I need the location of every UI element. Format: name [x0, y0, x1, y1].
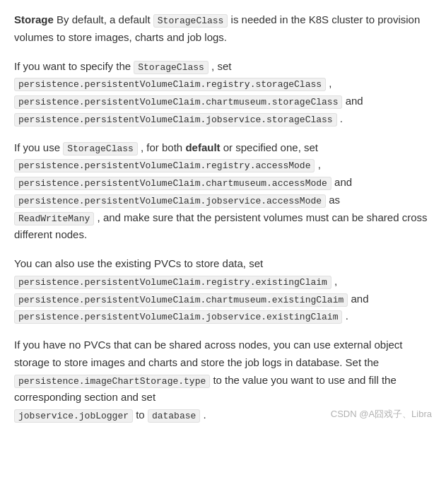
p3-code1: StorageClass [63, 142, 138, 156]
p2-line1: persistence.persistentVolumeClaim.regist… [14, 78, 326, 91]
p3-code2: ReadWriteMany [14, 212, 94, 225]
p2-code1: StorageClass [134, 61, 209, 74]
p5-code3: database [148, 409, 200, 423]
paragraph-storage-intro: Storage By default, a default StorageCla… [14, 11, 432, 47]
p4-text4: . [342, 310, 348, 322]
p5-text1: If you have no PVCs that can be shared a… [14, 339, 403, 368]
storage-bold: Storage [14, 13, 54, 25]
paragraph-use-storageclass: If you use StorageClass , for both defau… [14, 139, 432, 245]
p3-bold1: default [185, 141, 220, 153]
p3-line3: persistence.persistentVolumeClaim.jobser… [14, 194, 326, 208]
p3-text1: If you use [14, 141, 63, 153]
p5-code2: jobservice.jobLogger [14, 409, 133, 423]
p5-text3: to [133, 409, 148, 421]
p2-text4: and [342, 95, 363, 107]
p3-text2: , for both [138, 141, 186, 153]
p2-text2: , set [209, 60, 232, 72]
p3-line1: persistence.persistentVolumeClaim.regist… [14, 159, 315, 172]
watermark: CSDN @A囧戏子、Libra [331, 406, 432, 421]
p3-text5: and [331, 176, 352, 188]
p2-text1: If you want to specify the [14, 60, 134, 72]
p4-line2: persistence.persistentVolumeClaim.chartm… [14, 293, 348, 307]
p3-line2: persistence.persistentVolumeClaim.chartm… [14, 177, 331, 190]
p3-text6: as [326, 194, 340, 206]
paragraph-existing-pvcs: You can also use the existing PVCs to st… [14, 255, 432, 325]
p3-text3: or specified one, set [221, 141, 318, 153]
p2-line2: persistence.persistentVolumeClaim.chartm… [14, 95, 342, 109]
p4-line1: persistence.persistentVolumeClaim.regist… [14, 276, 331, 289]
p1-code1: StorageClass [153, 14, 228, 28]
p4-line3: persistence.persistentVolumeClaim.jobser… [14, 310, 342, 324]
p5-text4: . [200, 409, 206, 421]
p3-text4: , [315, 158, 320, 170]
paragraph-no-pvcs: If you have no PVCs that can be shared a… [14, 336, 432, 424]
p4-text2: , [331, 275, 337, 287]
p4-text3: and [348, 293, 368, 305]
p5-code1: persistence.imageChartStorage.type [14, 375, 210, 388]
paragraph-specify-storageclass: If you want to specify the StorageClass … [14, 58, 432, 128]
p1-text1: By default, a default [54, 13, 153, 25]
content-area: Storage By default, a default StorageCla… [14, 11, 432, 424]
p2-line3: persistence.persistentVolumeClaim.jobser… [14, 113, 337, 127]
p2-text3: , [326, 77, 331, 89]
p4-text1: You can also use the existing PVCs to st… [14, 257, 263, 269]
p2-text5: . [337, 112, 343, 124]
